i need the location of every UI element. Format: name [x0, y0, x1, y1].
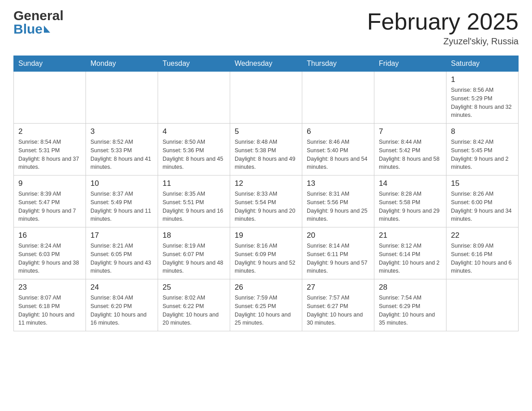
calendar-cell: 11Sunrise: 8:35 AMSunset: 5:51 PMDayligh… [158, 176, 230, 227]
day-number: 1 [451, 75, 514, 84]
day-number: 20 [307, 231, 369, 240]
day-info: Sunrise: 7:54 AMSunset: 6:29 PMDaylight:… [379, 294, 442, 327]
day-number: 14 [379, 179, 442, 188]
calendar-body: 1Sunrise: 8:56 AMSunset: 5:29 PMDaylight… [14, 72, 519, 331]
calendar-cell: 12Sunrise: 8:33 AMSunset: 5:54 PMDayligh… [230, 176, 302, 227]
calendar-cell [230, 72, 302, 124]
calendar-cell: 4Sunrise: 8:50 AMSunset: 5:36 PMDaylight… [158, 124, 230, 176]
day-info: Sunrise: 8:39 AMSunset: 5:47 PMDaylight:… [18, 190, 81, 223]
day-info: Sunrise: 8:54 AMSunset: 5:31 PMDaylight:… [18, 138, 81, 171]
calendar-cell: 16Sunrise: 8:24 AMSunset: 6:03 PMDayligh… [14, 227, 86, 279]
day-number: 18 [163, 231, 225, 240]
calendar-cell: 27Sunrise: 7:57 AMSunset: 6:27 PMDayligh… [302, 279, 374, 331]
day-number: 12 [235, 179, 297, 188]
day-info: Sunrise: 8:12 AMSunset: 6:14 PMDaylight:… [379, 242, 442, 275]
day-info: Sunrise: 8:09 AMSunset: 6:16 PMDaylight:… [451, 242, 514, 275]
day-info: Sunrise: 8:07 AMSunset: 6:18 PMDaylight:… [18, 294, 81, 327]
weekday-header-sunday: Sunday [14, 56, 86, 72]
day-number: 23 [18, 283, 81, 292]
day-number: 6 [307, 127, 369, 136]
day-info: Sunrise: 8:50 AMSunset: 5:36 PMDaylight:… [163, 138, 225, 171]
calendar-cell: 21Sunrise: 8:12 AMSunset: 6:14 PMDayligh… [374, 227, 446, 279]
calendar-cell: 3Sunrise: 8:52 AMSunset: 5:33 PMDaylight… [86, 124, 158, 176]
calendar-cell: 18Sunrise: 8:19 AMSunset: 6:07 PMDayligh… [158, 227, 230, 279]
day-info: Sunrise: 8:31 AMSunset: 5:56 PMDaylight:… [307, 190, 369, 223]
day-info: Sunrise: 8:33 AMSunset: 5:54 PMDaylight:… [235, 190, 297, 223]
day-info: Sunrise: 8:42 AMSunset: 5:45 PMDaylight:… [451, 138, 514, 171]
calendar-cell: 17Sunrise: 8:21 AMSunset: 6:05 PMDayligh… [86, 227, 158, 279]
day-number: 11 [163, 179, 225, 188]
calendar-cell: 15Sunrise: 8:26 AMSunset: 6:00 PMDayligh… [446, 176, 519, 227]
calendar-week-2: 2Sunrise: 8:54 AMSunset: 5:31 PMDaylight… [14, 124, 519, 176]
day-number: 15 [451, 179, 514, 188]
calendar-week-5: 23Sunrise: 8:07 AMSunset: 6:18 PMDayligh… [14, 279, 519, 331]
day-info: Sunrise: 8:48 AMSunset: 5:38 PMDaylight:… [235, 138, 297, 171]
calendar-cell: 19Sunrise: 8:16 AMSunset: 6:09 PMDayligh… [230, 227, 302, 279]
calendar-cell: 25Sunrise: 8:02 AMSunset: 6:22 PMDayligh… [158, 279, 230, 331]
month-title: February 2025 [367, 9, 519, 34]
day-number: 8 [451, 127, 514, 136]
calendar-cell [374, 72, 446, 124]
logo-arrow-icon [44, 26, 50, 33]
calendar-cell [86, 72, 158, 124]
day-number: 13 [307, 179, 369, 188]
calendar-week-1: 1Sunrise: 8:56 AMSunset: 5:29 PMDaylight… [14, 72, 519, 124]
calendar-cell [302, 72, 374, 124]
calendar-cell [446, 279, 519, 331]
day-number: 16 [18, 231, 81, 240]
day-number: 4 [163, 127, 225, 136]
day-info: Sunrise: 8:04 AMSunset: 6:20 PMDaylight:… [90, 294, 153, 327]
calendar-cell: 2Sunrise: 8:54 AMSunset: 5:31 PMDaylight… [14, 124, 86, 176]
calendar-cell: 7Sunrise: 8:44 AMSunset: 5:42 PMDaylight… [374, 124, 446, 176]
day-info: Sunrise: 8:37 AMSunset: 5:49 PMDaylight:… [90, 190, 153, 223]
calendar-cell: 13Sunrise: 8:31 AMSunset: 5:56 PMDayligh… [302, 176, 374, 227]
calendar-cell: 20Sunrise: 8:14 AMSunset: 6:11 PMDayligh… [302, 227, 374, 279]
day-number: 17 [90, 231, 153, 240]
calendar-cell: 10Sunrise: 8:37 AMSunset: 5:49 PMDayligh… [86, 176, 158, 227]
day-info: Sunrise: 8:35 AMSunset: 5:51 PMDaylight:… [163, 190, 225, 223]
day-number: 19 [235, 231, 297, 240]
calendar-cell: 28Sunrise: 7:54 AMSunset: 6:29 PMDayligh… [374, 279, 446, 331]
day-info: Sunrise: 7:57 AMSunset: 6:27 PMDaylight:… [307, 294, 369, 327]
calendar-header: SundayMondayTuesdayWednesdayThursdayFrid… [14, 56, 519, 72]
day-info: Sunrise: 8:26 AMSunset: 6:00 PMDaylight:… [451, 190, 514, 223]
day-number: 3 [90, 127, 153, 136]
day-number: 2 [18, 127, 81, 136]
calendar-cell: 24Sunrise: 8:04 AMSunset: 6:20 PMDayligh… [86, 279, 158, 331]
day-info: Sunrise: 8:16 AMSunset: 6:09 PMDaylight:… [235, 242, 297, 275]
weekday-header-row: SundayMondayTuesdayWednesdayThursdayFrid… [14, 56, 519, 72]
day-info: Sunrise: 8:28 AMSunset: 5:58 PMDaylight:… [379, 190, 442, 223]
calendar-week-4: 16Sunrise: 8:24 AMSunset: 6:03 PMDayligh… [14, 227, 519, 279]
day-info: Sunrise: 8:46 AMSunset: 5:40 PMDaylight:… [307, 138, 369, 171]
calendar-cell: 8Sunrise: 8:42 AMSunset: 5:45 PMDaylight… [446, 124, 519, 176]
day-info: Sunrise: 8:52 AMSunset: 5:33 PMDaylight:… [90, 138, 153, 171]
calendar-cell: 9Sunrise: 8:39 AMSunset: 5:47 PMDaylight… [14, 176, 86, 227]
weekday-header-wednesday: Wednesday [230, 56, 302, 72]
title-block: February 2025 Zyuzel'skiy, Russia [367, 9, 519, 47]
day-number: 26 [235, 283, 297, 292]
day-info: Sunrise: 8:24 AMSunset: 6:03 PMDaylight:… [18, 242, 81, 275]
day-number: 27 [307, 283, 369, 292]
calendar-cell [14, 72, 86, 124]
weekday-header-monday: Monday [86, 56, 158, 72]
day-number: 28 [379, 283, 442, 292]
calendar-cell [158, 72, 230, 124]
calendar-cell: 26Sunrise: 7:59 AMSunset: 6:25 PMDayligh… [230, 279, 302, 331]
calendar-cell: 1Sunrise: 8:56 AMSunset: 5:29 PMDaylight… [446, 72, 519, 124]
day-number: 7 [379, 127, 442, 136]
day-info: Sunrise: 8:02 AMSunset: 6:22 PMDaylight:… [163, 294, 225, 327]
calendar-week-3: 9Sunrise: 8:39 AMSunset: 5:47 PMDaylight… [14, 176, 519, 227]
day-info: Sunrise: 8:56 AMSunset: 5:29 PMDaylight:… [451, 86, 514, 120]
day-info: Sunrise: 8:14 AMSunset: 6:11 PMDaylight:… [307, 242, 369, 275]
day-number: 9 [18, 179, 81, 188]
calendar-cell: 5Sunrise: 8:48 AMSunset: 5:38 PMDaylight… [230, 124, 302, 176]
calendar-cell: 6Sunrise: 8:46 AMSunset: 5:40 PMDaylight… [302, 124, 374, 176]
day-info: Sunrise: 8:19 AMSunset: 6:07 PMDaylight:… [163, 242, 225, 275]
calendar-table: SundayMondayTuesdayWednesdayThursdayFrid… [13, 56, 519, 331]
day-number: 5 [235, 127, 297, 136]
day-info: Sunrise: 7:59 AMSunset: 6:25 PMDaylight:… [235, 294, 297, 327]
weekday-header-thursday: Thursday [302, 56, 374, 72]
logo-blue: Blue [13, 22, 64, 36]
location: Zyuzel'skiy, Russia [367, 36, 519, 47]
logo: General Blue [13, 9, 64, 36]
